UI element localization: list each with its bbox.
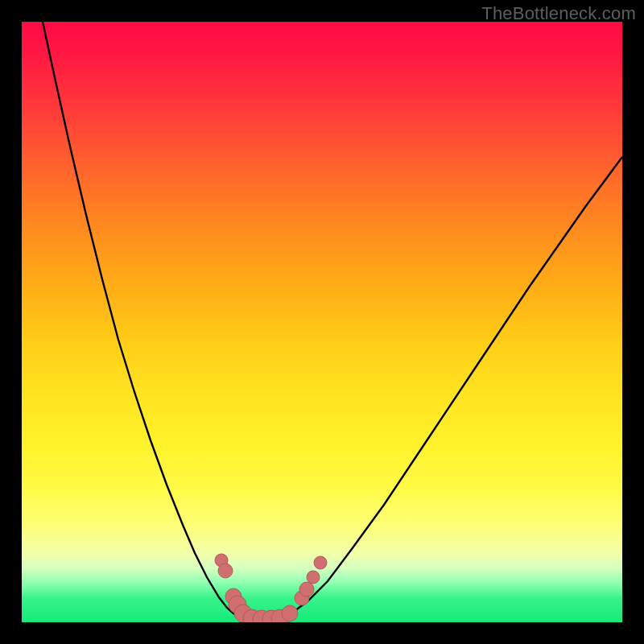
chart-svg xyxy=(22,22,622,622)
right-curve xyxy=(279,157,622,619)
plot-area xyxy=(22,22,622,622)
chart-frame: TheBottleneck.com xyxy=(0,0,644,644)
marker-right-2 xyxy=(299,582,314,597)
marker-left-1 xyxy=(218,564,233,578)
marker-right-3 xyxy=(307,571,320,584)
marker-right-0 xyxy=(282,605,298,621)
curve-group xyxy=(43,22,622,620)
watermark-text: TheBottleneck.com xyxy=(481,3,636,24)
marker-right-4 xyxy=(314,556,327,569)
left-curve xyxy=(43,22,247,619)
